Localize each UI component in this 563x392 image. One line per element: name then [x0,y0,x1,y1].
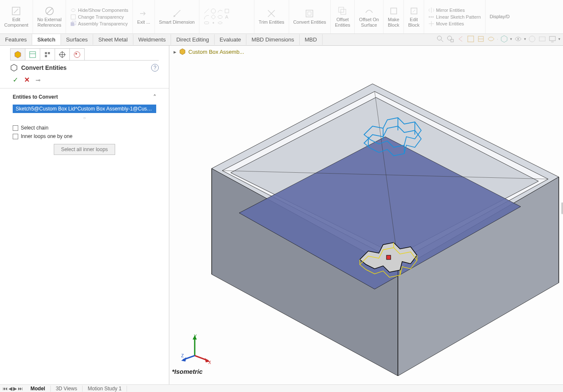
nav-first-icon[interactable]: ⏮ [3,386,8,392]
eye-icon[interactable] [514,35,522,43]
rb-display[interactable]: Display/D [486,0,514,33]
chk-inner-loops[interactable]: Inner loops one by one [0,132,169,141]
tab-features[interactable]: Features [0,34,32,45]
poly-icon [210,14,216,20]
tab-mbd[interactable]: MBD [300,34,323,45]
tab-directediting[interactable]: Direct Editing [171,34,214,45]
checkbox-icon[interactable] [13,134,18,139]
breadcrumb-expand-icon[interactable]: ▸ [174,49,177,55]
viewport[interactable]: ▸ Custom Box Assemb... [169,46,563,384]
rb-move[interactable]: Move Entities [428,20,464,27]
svg-point-8 [211,8,216,13]
rb-smart-dim[interactable]: Smart Dimension [155,0,199,33]
tab-surfaces[interactable]: Surfaces [61,34,93,45]
svg-point-14 [213,22,214,24]
rb-change-transparency[interactable]: Change Transparency [70,14,124,20]
pushpin-button[interactable]: ⊸ [36,77,41,83]
svg-text:Z: Z [181,353,184,358]
pm-tab-dimxpert[interactable] [55,48,70,60]
cancel-button[interactable]: ✕ [24,76,30,84]
property-manager: Convert Entities ? ✓ ✕ ⊸ Entities to Con… [0,46,169,384]
appear-tab-icon [73,51,81,58]
bottom-tab-model[interactable]: Model [25,386,51,392]
section-entities[interactable]: Entities to Convert ˄ [0,88,169,103]
pm-tabs [10,48,159,61]
select-all-inner-loops-button[interactable]: Select all inner loops [54,144,115,155]
bottom-tab-3dviews[interactable]: 3D Views [51,386,83,392]
smart-dimension-icon [172,8,182,19]
rect-icon [224,8,230,14]
offset-surf-icon [364,6,374,16]
svg-line-7 [204,8,209,13]
selection-item[interactable]: Sketch5@Custom Box Lid^Custom Box Assemb… [13,105,156,113]
rb-offset[interactable]: Offset Entities [331,0,355,33]
rb-linear-pattern[interactable]: Linear Sketch Pattern [428,14,481,20]
tab-weldments[interactable]: Weldments [133,34,171,45]
convert-icon [304,8,315,19]
screen-icon[interactable] [548,35,557,43]
bottom-nav[interactable]: ⏮ ◀ ▶ ⏭ [0,386,25,392]
rb-misc-row[interactable] [204,20,223,26]
checkbox-icon[interactable] [13,125,18,131]
nav-prev-icon[interactable]: ◀ [8,386,12,392]
rb-edit-block[interactable]: Edit Block [404,0,424,33]
rb-no-ext-ref[interactable]: No External References [33,0,66,33]
help-icon[interactable]: ? [151,64,159,72]
svg-rect-28 [468,36,474,42]
rb-edit-component[interactable]: Edit Component [0,0,33,33]
scrollbar[interactable] [561,202,563,214]
vt-arrow1[interactable]: ▾ [510,37,512,41]
orientation-triad[interactable]: Y X Z [181,334,211,364]
vt-arrow3[interactable]: ▾ [558,37,560,41]
prev-view-icon[interactable] [456,35,465,43]
rb-make-block[interactable]: Make Block [384,0,404,33]
hide-show-items-icon[interactable] [487,35,495,43]
selection-list[interactable]: Sketch5@Custom Box Lid^Custom Box Assemb… [13,105,156,113]
rb-pattern-group: Mirror Entities Linear Sketch Pattern Mo… [424,0,486,33]
pm-tab-config[interactable] [40,48,55,60]
resize-grip[interactable]: ○ [0,116,169,120]
svg-rect-61 [386,255,391,259]
rb-hide-show[interactable]: Hide/Show Components [70,7,128,14]
chevron-up-icon: ˄ [153,94,156,100]
svg-rect-19 [391,8,397,14]
vt-arrow2[interactable]: ▾ [524,37,526,41]
svg-point-45 [75,53,77,55]
tab-evaluate[interactable]: Evaluate [215,34,247,45]
rb-assembly-transparency[interactable]: Assembly Transparency [70,20,127,27]
tab-sketch[interactable]: Sketch [32,34,61,45]
zoom-area-icon[interactable] [446,35,455,43]
exit-icon [138,8,149,19]
chk-label: Inner loops one by one [21,133,72,139]
svg-text:X: X [208,360,211,364]
section-icon[interactable] [466,35,475,43]
pm-tab-feature[interactable] [10,48,25,60]
zoom-fit-icon[interactable] [436,35,444,43]
svg-text:A: A [225,14,229,19]
tab-sheetmetal[interactable]: Sheet Metal [93,34,133,45]
tab-mbddim[interactable]: MBD Dimensions [246,34,299,45]
edit-component-icon [11,6,21,16]
ok-button[interactable]: ✓ [13,76,18,84]
chk-select-chain[interactable]: Select chain [0,124,169,132]
nav-next-icon[interactable]: ▶ [13,386,17,392]
rb-offset-surf[interactable]: Offset On Surface [355,0,384,33]
rb-trim[interactable]: Trim Entities [254,0,289,33]
pm-tab-property[interactable] [25,48,40,60]
rb-exit[interactable]: Exit ... [133,0,155,33]
appearance-icon[interactable] [528,35,536,43]
trim-icon [266,8,276,19]
display-style-icon[interactable] [477,35,485,43]
nav-last-icon[interactable]: ⏭ [18,386,23,392]
pm-tab-appearance[interactable] [69,48,85,60]
scene-icon[interactable] [538,35,546,43]
text-icon: A [224,14,230,20]
line-icon [204,8,210,14]
assm-transparency-icon [70,21,76,27]
rb-line-row[interactable] [204,8,230,14]
rb-mirror[interactable]: Mirror Entities [428,7,465,14]
bottom-tab-motion[interactable]: Motion Study 1 [83,386,127,392]
rb-arc-row[interactable]: A [204,14,230,20]
view-cube-icon[interactable] [500,35,508,43]
rb-convert[interactable]: Convert Entities [289,0,331,33]
